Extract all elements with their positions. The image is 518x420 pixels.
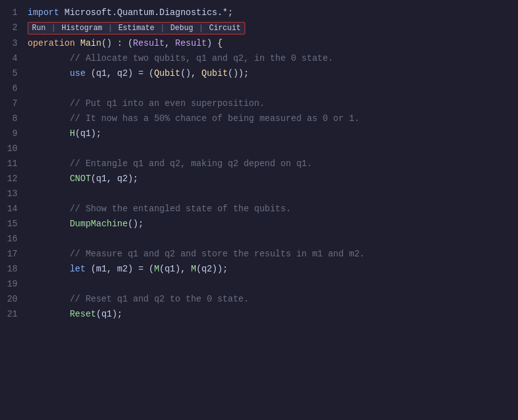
line-number-18: 18: [3, 261, 28, 276]
token: [28, 264, 70, 274]
line-content-21: Reset(q1);: [28, 307, 515, 322]
line-content-4: // Allocate two qubits, q1 and q2, in th…: [28, 51, 515, 66]
code-line-19: 19: [0, 276, 518, 291]
line-content-1: import Microsoft.Quantum.Diagnostics.*;: [28, 5, 515, 20]
line-content-20: // Reset q1 and q2 to the 0 state.: [28, 291, 515, 307]
line-number-7: 7: [3, 96, 28, 111]
toolbar-separator: |: [103, 22, 117, 34]
token: (m1, m2) = (: [85, 264, 154, 274]
token: import: [28, 8, 65, 18]
token: (q1);: [96, 309, 122, 319]
line-number-11: 11: [3, 156, 28, 171]
token: ,: [164, 38, 175, 48]
token: ());: [228, 68, 249, 78]
toolbar-item-histogram[interactable]: Histogram: [61, 22, 102, 34]
line-number-15: 15: [3, 216, 28, 231]
token: // Show the entangled state of the qubit…: [28, 204, 291, 214]
code-line-7: 7 // Put q1 into an even superposition.: [0, 96, 518, 111]
token: // Allocate two qubits, q1 and q2, in th…: [28, 53, 333, 63]
token: Main: [80, 38, 102, 48]
line-number-5: 5: [3, 66, 28, 81]
token: // It now has a 50% chance of being meas…: [28, 113, 359, 123]
code-line-2: 2Run | Histogram | Estimate | Debug | Ci…: [0, 20, 518, 36]
code-line-6: 6: [0, 81, 518, 96]
line-number-1: 1: [3, 5, 28, 20]
line-number-19: 19: [3, 276, 28, 291]
code-line-13: 13: [0, 186, 518, 201]
line-content-11: // Entangle q1 and q2, making q2 depend …: [28, 156, 515, 171]
token: [28, 174, 70, 184]
line-number-14: 14: [3, 201, 28, 216]
token: [28, 129, 70, 139]
token: Reset: [70, 309, 96, 319]
token: DumpMachine: [70, 219, 127, 229]
token: (q1, q2);: [91, 174, 139, 184]
token: // Measure q1 and q2 and store the resul…: [28, 249, 365, 259]
line-number-17: 17: [3, 246, 28, 261]
line-number-4: 4: [3, 51, 28, 66]
token: () : (: [102, 38, 133, 48]
token: (q2));: [196, 264, 228, 274]
token: M: [154, 264, 159, 274]
token: {: [218, 38, 223, 48]
code-line-20: 20 // Reset q1 and q2 to the 0 state.: [0, 291, 518, 307]
token: [28, 219, 70, 229]
token: operation: [28, 38, 80, 48]
token: CNOT: [70, 174, 91, 184]
line-number-21: 21: [3, 307, 28, 322]
code-line-3: 3operation Main() : (Result, Result) {: [0, 36, 518, 51]
token: (q1),: [159, 264, 191, 274]
token: H: [70, 129, 75, 139]
code-line-9: 9 H(q1);: [0, 126, 518, 141]
line-content-12: CNOT(q1, q2);: [28, 171, 515, 186]
code-line-1: 1import Microsoft.Quantum.Diagnostics.*;: [0, 5, 518, 20]
code-line-5: 5 use (q1, q2) = (Qubit(), Qubit());: [0, 66, 518, 81]
line-number-12: 12: [3, 171, 28, 186]
token: (),: [181, 68, 202, 78]
token: let: [70, 264, 85, 274]
code-line-16: 16: [0, 231, 518, 246]
token: [28, 309, 70, 319]
token: Qubit: [154, 68, 181, 78]
line-number-8: 8: [3, 111, 28, 126]
line-number-10: 10: [3, 141, 28, 156]
token: Qubit: [201, 68, 228, 78]
code-area: 1import Microsoft.Quantum.Diagnostics.*;…: [0, 5, 518, 420]
line-content-14: // Show the entangled state of the qubit…: [28, 201, 515, 216]
line-content-3: operation Main() : (Result, Result) {: [28, 36, 515, 51]
line-number-9: 9: [3, 126, 28, 141]
token: // Entangle q1 and q2, making q2 depend …: [28, 159, 312, 169]
inline-toolbar[interactable]: Run | Histogram | Estimate | Debug | Cir…: [28, 22, 245, 34]
token: (q1, q2) = (: [85, 68, 154, 78]
line-number-16: 16: [3, 231, 28, 246]
token: Microsoft.Quantum.Diagnostics.*;: [65, 8, 233, 18]
line-content-18: let (m1, m2) = (M(q1), M(q2));: [28, 261, 515, 276]
code-line-21: 21 Reset(q1);: [0, 307, 518, 322]
token: // Put q1 into an even superposition.: [28, 98, 265, 108]
code-line-17: 17 // Measure q1 and q2 and store the re…: [0, 246, 518, 261]
toolbar-item-circuit[interactable]: Circuit: [209, 22, 240, 34]
toolbar-item-debug[interactable]: Debug: [171, 22, 193, 34]
line-number-3: 3: [3, 36, 28, 51]
line-content-17: // Measure q1 and q2 and store the resul…: [28, 246, 515, 261]
line-content-5: use (q1, q2) = (Qubit(), Qubit());: [28, 66, 515, 81]
token: Result: [133, 38, 164, 48]
line-content-8: // It now has a 50% chance of being meas…: [28, 111, 515, 126]
editor-container: 1import Microsoft.Quantum.Diagnostics.*;…: [0, 0, 518, 420]
token: M: [191, 264, 196, 274]
line-content-9: H(q1);: [28, 126, 515, 141]
code-line-12: 12 CNOT(q1, q2);: [0, 171, 518, 186]
token: ): [207, 38, 218, 48]
token: // Reset q1 and q2 to the 0 state.: [28, 294, 249, 304]
token: (q1);: [75, 129, 102, 139]
toolbar-item-run[interactable]: Run: [32, 22, 46, 34]
code-line-4: 4 // Allocate two qubits, q1 and q2, in …: [0, 51, 518, 66]
line-number-20: 20: [3, 291, 28, 307]
token: ();: [128, 219, 144, 229]
code-line-15: 15 DumpMachine();: [0, 216, 518, 231]
toolbar-separator: |: [156, 22, 169, 34]
line-number-2: 2: [3, 20, 28, 35]
line-number-6: 6: [3, 81, 28, 96]
toolbar-item-estimate[interactable]: Estimate: [119, 22, 155, 34]
code-line-10: 10: [0, 141, 518, 156]
